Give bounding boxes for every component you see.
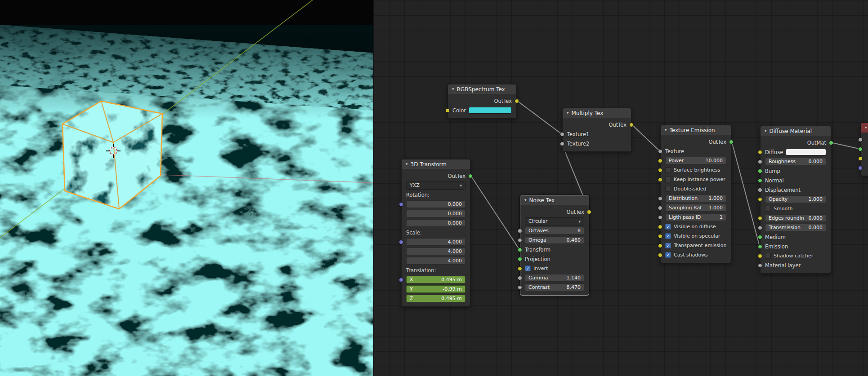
double-sided-checkbox[interactable]: [665, 186, 671, 192]
cast-shadows-checkbox[interactable]: [665, 252, 671, 258]
node-texture-emission[interactable]: ▾ Texture Emission OutTex Texture Power …: [660, 125, 731, 263]
shadow-catcher-checkbox[interactable]: [765, 253, 771, 259]
socket-input-distribution[interactable]: [658, 196, 662, 201]
surface-brightness-checkbox[interactable]: [665, 167, 671, 173]
visible-on-specular-checkbox[interactable]: [665, 233, 671, 239]
socket-input-roughness[interactable]: [758, 159, 762, 164]
light-pass-id-field[interactable]: Ligth pass ID 1: [665, 213, 726, 221]
visible-on-diffuse-checkbox[interactable]: [665, 224, 671, 230]
socket-input-displacement[interactable]: [758, 188, 762, 192]
socket-input-scale[interactable]: [399, 240, 403, 244]
socket-output-outtex[interactable]: [729, 140, 734, 144]
socket-input[interactable]: [858, 166, 863, 170]
contrast-field[interactable]: Contrast 8.470: [525, 283, 584, 291]
socket-output-outtex[interactable]: [515, 99, 519, 103]
node-header[interactable]: ▾ Diffuse Material: [761, 126, 831, 136]
socket-input-diffuse[interactable]: [758, 150, 762, 155]
collapse-arrow-icon[interactable]: ▾: [524, 198, 527, 202]
node-clipped[interactable]: ▾: [860, 123, 868, 176]
socket-input-visible-on-diffuse[interactable]: [658, 225, 662, 229]
viewport-3d[interactable]: [0, 0, 373, 376]
noise-mode-dropdown[interactable]: Circular ▾: [525, 217, 584, 226]
node-header[interactable]: ▾ Multiply Tex: [563, 108, 631, 118]
gamma-field[interactable]: Gamma 1.140: [525, 274, 584, 282]
scale-y-field[interactable]: 4.000: [406, 248, 465, 255]
scale-x-field[interactable]: 4.000: [406, 238, 465, 246]
collapse-arrow-icon[interactable]: ▾: [665, 128, 667, 132]
socket-input-cast-shadows[interactable]: [658, 253, 662, 257]
socket-input-opacity[interactable]: [758, 197, 762, 202]
socket-input-normal[interactable]: [758, 178, 762, 183]
rotation-z-field[interactable]: 0.000: [406, 219, 465, 227]
collapse-arrow-icon[interactable]: ▾: [567, 111, 569, 115]
socket-input-transform[interactable]: [518, 248, 522, 252]
transmission-field[interactable]: Transmission 0.000: [765, 224, 826, 231]
socket-input-power[interactable]: [658, 159, 662, 163]
viewport-canvas[interactable]: [0, 0, 373, 376]
scale-z-field[interactable]: 4.000: [406, 257, 465, 265]
rotation-x-field[interactable]: 0.000: [406, 200, 465, 208]
keep-instance-power-checkbox[interactable]: [665, 177, 671, 182]
socket-input-medium[interactable]: [758, 235, 762, 239]
socket-input-bump[interactable]: [758, 169, 762, 173]
smooth-checkbox[interactable]: [765, 206, 771, 212]
collapse-arrow-icon[interactable]: ▾: [865, 126, 867, 130]
socket-input[interactable]: [858, 137, 863, 142]
socket-input-visible-on-specular[interactable]: [658, 234, 662, 239]
node-multiply-tex[interactable]: ▾ Multiply Tex OutTex Texture1 Texture2: [562, 108, 631, 152]
socket-input-omega[interactable]: [518, 238, 522, 243]
socket-output-outtex[interactable]: [587, 210, 591, 214]
socket-input-projection[interactable]: [518, 257, 522, 261]
node-3d-transform[interactable]: ▾ 3D Transform OutTex YXZ ▾ Rotation:: [401, 159, 470, 307]
socket-input-contrast[interactable]: [518, 285, 522, 290]
socket-input[interactable]: [858, 156, 863, 161]
sampling-rate-field[interactable]: Sampling Rat 1.000: [665, 204, 726, 212]
collapse-arrow-icon[interactable]: ▾: [406, 162, 408, 166]
distribution-field[interactable]: Distribution 1.000: [665, 195, 726, 202]
node-header[interactable]: ▾ 3D Transform: [402, 159, 470, 169]
socket-input-material[interactable]: [858, 147, 863, 151]
rotation-order-dropdown[interactable]: YXZ ▾: [406, 181, 465, 190]
socket-input-gamma[interactable]: [518, 276, 522, 280]
socket-input-texture[interactable]: [658, 149, 662, 154]
collapse-arrow-icon[interactable]: ▾: [765, 129, 767, 133]
socket-input-sampling-rate[interactable]: [658, 206, 662, 210]
roughness-field[interactable]: Roughness 0.000: [765, 158, 826, 165]
edges-rounding-field[interactable]: Edges roundin 0.000: [765, 214, 826, 222]
socket-input-shadow-catcher[interactable]: [758, 254, 762, 258]
invert-checkbox[interactable]: [525, 265, 531, 271]
translation-y-slider[interactable]: Y -0.99 m: [406, 285, 465, 293]
power-field[interactable]: Power 10.000: [665, 157, 726, 164]
color-swatch[interactable]: [469, 107, 512, 114]
socket-input-edges-rounding[interactable]: [758, 216, 762, 221]
opacity-field[interactable]: Opacity 1.000: [765, 195, 826, 203]
node-noise-tex[interactable]: ▾ Noise Tex OutTex Circular ▾ Oc: [520, 195, 589, 296]
rotation-y-field[interactable]: 0.000: [406, 210, 465, 217]
socket-input-translation[interactable]: [399, 278, 403, 282]
socket-output-outmat[interactable]: [829, 141, 833, 145]
socket-input-octaves[interactable]: [518, 229, 522, 233]
node-header[interactable]: ▾ Noise Tex: [520, 195, 589, 205]
socket-input-surface-brightness[interactable]: [658, 168, 662, 173]
socket-input-transmission[interactable]: [758, 226, 762, 230]
socket-input-invert[interactable]: [518, 266, 522, 271]
socket-input-transparent-emission[interactable]: [658, 243, 662, 248]
socket-input-light-pass-id[interactable]: [658, 215, 662, 220]
translation-z-slider[interactable]: Z -0.495 m: [406, 295, 465, 302]
socket-input-keep-instance-power[interactable]: [658, 177, 662, 182]
socket-output-outtex[interactable]: [468, 174, 473, 178]
node-header[interactable]: ▾: [861, 123, 868, 133]
collapse-arrow-icon[interactable]: ▾: [452, 87, 454, 91]
socket-output-outtex[interactable]: [629, 123, 634, 127]
node-header[interactable]: ▾ Texture Emission: [661, 125, 731, 135]
socket-input-rotation[interactable]: [399, 202, 403, 207]
omega-field[interactable]: Omega 0.460: [525, 236, 584, 244]
socket-input-texture2[interactable]: [560, 142, 564, 146]
socket-input-emission[interactable]: [758, 244, 762, 249]
socket-input-material-layer[interactable]: [758, 263, 762, 268]
node-diffuse-material[interactable]: ▾ Diffuse Material OutMat Diffuse Roughn…: [760, 126, 831, 274]
translation-x-slider[interactable]: X -0.495 m: [406, 276, 465, 283]
diffuse-color-swatch[interactable]: [786, 149, 826, 155]
octaves-field[interactable]: Octaves 8: [525, 227, 584, 234]
socket-input-color[interactable]: [445, 108, 450, 113]
